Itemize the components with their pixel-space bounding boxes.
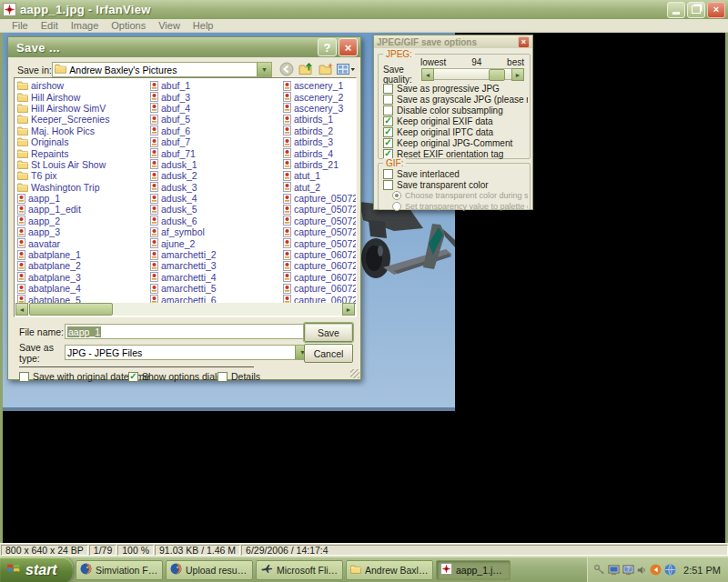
taskbar-button[interactable]: Andrew Baxle... [346,560,433,580]
list-item[interactable]: ascenery_2 [283,91,357,102]
list-item[interactable]: aapp_2 [17,216,149,226]
checkbox-option[interactable]: Save as grayscale JPG (please remember!) [383,94,528,105]
list-item[interactable]: capture_0507200 [283,204,357,215]
resize-grip[interactable] [350,369,359,378]
taskbar-button[interactable]: Microsoft Flig... [256,560,343,580]
checkbox[interactable]: ✓ [383,127,393,137]
menu-item-edit[interactable]: Edit [35,20,65,31]
irfanview-titlebar[interactable]: aapp_1.jpg - IrfanView × [0,0,728,19]
taskbar-button[interactable]: Upload results... [166,560,253,580]
options-panel-titlebar[interactable]: JPEG/GIF save options × [374,35,532,48]
dialog-close-button[interactable]: × [339,38,358,56]
scrollbar-thumb[interactable] [29,303,113,316]
list-item[interactable]: capture_0507200 [283,193,357,204]
list-item[interactable]: Maj. Hook Pics [17,125,149,136]
file-list[interactable]: ascenery_1ascenery_2ascenery_3atbirds_1a… [14,77,357,317]
menu-item-image[interactable]: Image [65,20,106,31]
checkbox[interactable] [383,169,393,179]
save-in-combobox[interactable]: Andrew Baxley's Pictures ▼ [52,62,272,77]
scroll-left-button[interactable]: ◄ [15,303,28,316]
options-close-button[interactable]: × [518,36,530,48]
list-item[interactable]: ascenery_3 [283,103,357,114]
list-item[interactable]: airshow [17,80,149,91]
checkbox-option[interactable]: Save transparent color [383,179,528,190]
cancel-button[interactable]: Cancel [304,344,353,363]
list-item[interactable]: atbirds_4 [283,147,357,158]
list-item[interactable]: capture_0507200 [283,226,357,237]
up-folder-button[interactable] [298,63,315,77]
list-item[interactable]: amarchetti_4 [150,272,282,283]
slider-right-arrow[interactable]: ► [511,68,524,81]
list-item[interactable]: Originals [17,136,149,147]
list-item[interactable]: capture_0507200 [283,216,357,226]
update-icon[interactable] [650,564,662,576]
list-item[interactable]: atbirds_1 [283,114,357,125]
list-item[interactable]: abuf_5 [150,114,282,125]
list-item[interactable]: adusk_5 [150,204,282,215]
taskbar-button[interactable]: aapp_1.jpg - ... [436,560,511,580]
save-button[interactable]: Save [304,323,353,342]
quality-slider[interactable]: ◄ ► [421,68,524,80]
checkbox-option[interactable]: ✓Keep original EXIF data [383,115,528,126]
checkbox-option[interactable]: Save as progressive JPG [383,83,528,94]
taskbar-button[interactable]: Simviation Fo... [76,560,163,580]
checkbox-option[interactable]: ✓Show options dialog [128,371,228,382]
checkbox[interactable] [383,95,393,105]
checkbox[interactable] [383,105,393,115]
list-item[interactable]: amarchetti_5 [150,283,282,294]
list-item[interactable]: atut_2 [283,182,357,193]
back-button[interactable] [278,63,295,77]
list-item[interactable]: St Louis Air Show [17,159,149,170]
list-item[interactable]: abatplane_1 [17,249,149,260]
radio-button[interactable] [392,202,401,211]
list-item[interactable]: af_symbol [150,226,282,237]
list-item[interactable]: abuf_4 [150,103,282,114]
list-item[interactable]: atbirds_3 [283,136,357,147]
checkbox[interactable]: ✓ [383,138,393,148]
help-button[interactable]: ? [318,38,337,56]
file-name-input[interactable]: aapp_1 [65,324,310,339]
list-item[interactable]: adusk_3 [150,182,282,193]
list-item[interactable]: amarchetti_2 [150,249,282,260]
close-button[interactable]: × [707,2,725,18]
list-item[interactable]: aavatar [17,237,149,248]
list-item[interactable]: T6 pix [17,170,149,181]
list-item[interactable]: adusk_2 [150,170,282,181]
list-item[interactable]: Hill Airshow SimV [17,103,149,114]
radio-option[interactable]: Set transparency value to palette entry:… [392,201,528,212]
slider-track[interactable] [434,68,511,80]
list-item[interactable]: atbirds_2 [283,125,357,136]
display-help-icon[interactable]: ? [622,565,634,576]
checkbox-option[interactable]: Disable color subsampling [383,105,528,115]
list-item[interactable]: abatplane_4 [17,283,149,294]
radio-button[interactable] [392,191,401,200]
list-item[interactable]: capture_0507200 [283,237,357,248]
checkbox-option[interactable]: Details [217,371,260,382]
list-item[interactable]: aapp_1 [17,193,149,204]
save-dialog-titlebar[interactable]: Save ... ? × [8,37,360,57]
list-item[interactable]: abatplane_2 [17,260,149,271]
list-item[interactable]: abatplane_3 [17,272,149,283]
menu-item-help[interactable]: Help [187,20,220,31]
list-item[interactable]: adusk_4 [150,193,282,204]
save-as-type-combobox[interactable]: JPG - JPEG Files ▼ [65,345,310,360]
checkbox[interactable]: ✓ [383,149,393,159]
list-item[interactable]: abuf_1 [150,80,282,91]
list-item[interactable]: atbirds_21 [283,159,357,170]
menu-item-options[interactable]: Options [105,20,152,31]
checkbox[interactable] [383,84,393,94]
key-icon[interactable] [593,564,605,576]
list-item[interactable]: aapp_3 [17,226,149,237]
save-in-dropdown-arrow[interactable]: ▼ [257,63,271,76]
list-item[interactable]: ajune_2 [150,237,282,248]
list-item[interactable]: Washington Trip [17,182,149,193]
checkbox[interactable]: ✓ [128,372,138,382]
view-menu-button[interactable] [338,63,355,77]
list-item[interactable]: adusk_1 [150,159,282,170]
list-item[interactable]: Keeper_Screenies [17,114,149,125]
list-item[interactable]: abuf_6 [150,125,282,136]
list-item[interactable]: capture_0607200 [283,283,357,294]
list-item[interactable]: adusk_6 [150,216,282,226]
new-folder-button[interactable] [318,63,335,77]
list-item[interactable]: capture_0607200 [283,260,357,271]
